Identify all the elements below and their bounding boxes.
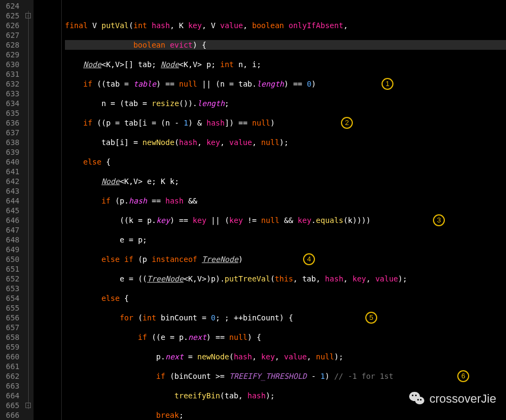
code-line[interactable]: if (p.hash == hash && [65,196,506,206]
line-number: 664 [2,391,19,401]
line-number: 659 [2,342,19,352]
line-number: 639 [2,147,19,157]
line-number: 636 [2,118,19,128]
line-number: 652 [2,274,19,284]
line-number: 643 [2,186,19,196]
line-number: 666 [2,410,19,420]
line-number: 640 [2,157,19,167]
annotation-badge: 6 [457,370,469,382]
code-line[interactable]: p.next = newNode(hash, key, value, null)… [65,352,506,362]
code-line[interactable]: if ((e = p.next) == null) { [65,332,506,342]
code-line[interactable]: final V putVal(int hash, K key, V value,… [65,21,506,30]
code-line[interactable]: else { [65,293,506,303]
line-number: 662 [2,371,19,381]
line-number: 650 [2,254,19,264]
code-line[interactable]: n = (tab = resize()).length; [65,99,506,108]
line-number: 648 [2,235,19,245]
line-number: 642 [2,176,19,186]
line-number: 663 [2,381,19,391]
code-line[interactable]: else { [65,157,506,167]
watermark: crossoverJie [409,392,496,406]
line-number: 631 [2,69,19,79]
code-line[interactable]: if ((tab = table) == null || (n = tab.le… [65,79,506,89]
annotation-badge: 2 [341,117,353,129]
fold-marker[interactable]: - [25,403,31,408]
code-line[interactable]: e = ((TreeNode<K,V>)p).putTreeVal(this, … [65,274,506,284]
code-line[interactable]: ((k = p.key) == key || (key != null && k… [65,215,506,225]
line-number: 641 [2,167,19,176]
code-area[interactable]: final V putVal(int hash, K key, V value,… [62,0,506,420]
annotation-badge: 3 [433,214,445,226]
code-line[interactable]: break; [65,410,506,420]
line-number: 632 [2,79,19,89]
annotation-badge: 1 [382,78,393,90]
line-number: 656 [2,313,19,323]
code-line[interactable]: for (int binCount = 0; ; ++binCount) {5 [65,313,506,323]
code-line[interactable]: Node<K,V> e; K k; [65,176,506,186]
fold-gutter[interactable]: -- [24,0,34,420]
line-number: 665 [2,401,19,410]
watermark-text: crossoverJie [430,394,496,404]
code-line[interactable]: else if (p instanceof TreeNode)4 [65,254,506,264]
line-number: 637 [2,128,19,137]
fold-marker[interactable]: - [25,13,31,18]
line-number: 660 [2,352,19,362]
line-number: 634 [2,99,19,108]
line-number: 638 [2,137,19,147]
line-number: 630 [2,60,19,69]
code-line[interactable]: if (binCount >= TREEIFY_THRESHOLD - 1) /… [65,371,506,381]
line-number: 649 [2,245,19,254]
line-number: 657 [2,323,19,332]
line-number: 626 [2,21,19,30]
code-line[interactable]: e = p; [65,235,506,245]
line-number-gutter: 6246256266276286296306316326336346356366… [0,0,24,420]
line-number: 645 [2,206,19,215]
line-number: 633 [2,89,19,99]
code-line[interactable]: Node<K,V>[] tab; Node<K,V> p; int n, i; [65,60,506,69]
line-number: 625 [2,11,19,21]
line-number: 661 [2,362,19,371]
line-number: 658 [2,332,19,342]
line-number: 627 [2,30,19,40]
code-line[interactable]: tab[i] = newNode(hash, key, value, null)… [65,137,506,147]
line-number: 655 [2,303,19,313]
line-number: 629 [2,50,19,60]
line-number: 624 [2,1,19,11]
annotation-badge: 4 [303,253,315,265]
annotation-badge: 5 [365,312,377,324]
line-number: 653 [2,284,19,293]
line-number: 654 [2,293,19,303]
margin-column [34,0,62,420]
code-editor[interactable]: 6246256266276286296306316326336346356366… [0,0,506,420]
line-number: 635 [2,108,19,118]
line-number: 647 [2,225,19,235]
line-number: 646 [2,215,19,225]
wechat-icon [409,392,425,406]
line-number: 628 [2,40,19,50]
line-number: 651 [2,264,19,274]
line-number: 644 [2,196,19,206]
code-line[interactable]: boolean evict) { [65,40,506,50]
code-line[interactable]: if ((p = tab[i = (n - 1) & hash]) == nul… [65,118,506,128]
